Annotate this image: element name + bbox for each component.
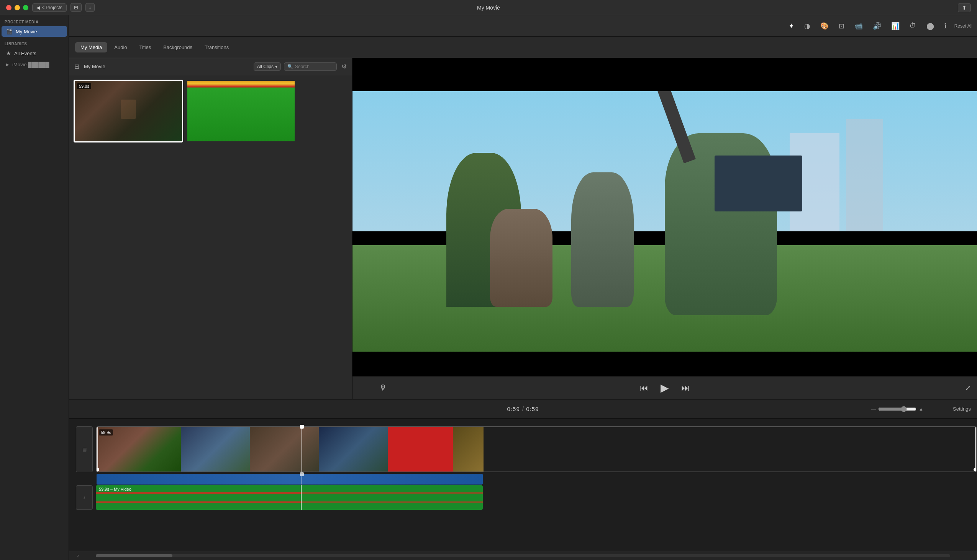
tab-transitions[interactable]: Transitions (199, 42, 234, 52)
fullscreen-expand-button[interactable]: ⤢ (965, 384, 971, 392)
timeline: 0:59 / 0:59 — ▲ Settings ▤ (69, 399, 977, 560)
close-button[interactable] (6, 5, 12, 10)
media-browser-toolbar: ⊟ My Movie All Clips ▾ 🔍 ⚙ (69, 58, 352, 75)
browser-title: My Movie (84, 63, 105, 69)
timeline-tracks: ▤ 59.9s (69, 419, 977, 551)
settings-label[interactable]: Settings (953, 406, 971, 412)
timeline-zoom-control: — ▲ (871, 406, 924, 412)
skip-forward-button[interactable]: ⏭ (679, 381, 692, 395)
audio-label: 59.9s – My Video (99, 487, 132, 492)
libraries-header: LIBRARIES (0, 37, 68, 47)
back-arrow-icon: ◀ (37, 5, 40, 10)
timeline-header: 0:59 / 0:59 — ▲ Settings (69, 400, 977, 419)
window-title: My Movie (477, 5, 500, 11)
titlebar-right: ⬆ (958, 3, 971, 12)
selection-dot-right (974, 468, 977, 472)
triangle-icon: ▶ (6, 62, 9, 67)
preview-toolbar: 🎙 ⏮ ▶ ⏭ ⤢ (352, 376, 977, 399)
sidebar: PROJECT MEDIA 🎬 My Movie LIBRARIES ★ All… (0, 15, 69, 560)
svg-rect-4 (301, 485, 302, 510)
track-clips-container: 59.9s (96, 426, 977, 472)
grid-view-toggle[interactable]: ⊟ (73, 61, 81, 72)
all-clips-label: All Clips (257, 64, 273, 69)
clip-segment-5[interactable] (388, 427, 453, 472)
noise-icon-btn[interactable]: 📊 (889, 20, 902, 33)
sidebar-item-all-events[interactable]: ★ All Events (2, 48, 67, 58)
all-clips-selector[interactable]: All Clips ▾ (253, 62, 281, 71)
clip-thumbnail-2[interactable] (186, 80, 296, 142)
traffic-lights (6, 5, 28, 10)
selection-right-marker (975, 427, 976, 472)
overlay-icon-btn[interactable]: ⬤ (924, 20, 936, 33)
media-clips-area: 59.8s (69, 75, 352, 147)
main-area: PROJECT MEDIA 🎬 My Movie LIBRARIES ★ All… (0, 15, 977, 560)
tab-backgrounds[interactable]: Backgrounds (158, 42, 198, 52)
clip-segment-1[interactable]: 59.9s (97, 427, 181, 472)
inspector-bar: ✦ ◑ 🎨 ⊡ 📹 🔊 📊 ⏱ ⬤ ℹ Reset All (69, 15, 977, 37)
track-handle-audio: ♪ (76, 485, 93, 510)
clip-duration-1: 59.8s (77, 83, 91, 89)
track-handle-video: ▤ (76, 426, 93, 472)
grid-view-button[interactable]: ⊞ (70, 3, 82, 12)
projects-label: < Projects (42, 5, 62, 10)
imovie-label: iMovie ██████ (12, 62, 49, 67)
search-field[interactable]: 🔍 (284, 62, 337, 71)
title-bar: ◀ < Projects ⊞ ↓ My Movie ⬆ (0, 0, 977, 15)
scrollbar-thumb[interactable] (96, 554, 172, 557)
selection-left-marker (97, 427, 98, 472)
clip-segment-4[interactable] (319, 427, 388, 472)
audio-overlay-bar (96, 474, 977, 485)
middle-section: ⊟ My Movie All Clips ▾ 🔍 ⚙ (69, 58, 977, 399)
speed-icon-btn[interactable]: ⏱ (907, 20, 919, 32)
time-current: 0:59 (507, 406, 520, 412)
clip-thumbnail-1[interactable]: 59.8s (73, 80, 183, 142)
settings-gear-button[interactable]: ⚙ (340, 61, 348, 72)
reset-all-button[interactable]: Reset All (954, 23, 972, 29)
video-track: ▤ 59.9s (96, 426, 977, 472)
time-total: 0:59 (526, 406, 539, 412)
projects-button[interactable]: ◀ < Projects (32, 3, 67, 12)
scrollbar-track[interactable] (96, 554, 950, 557)
star-icon: ★ (6, 50, 11, 56)
svg-rect-5 (302, 485, 483, 510)
share-button[interactable]: ⬆ (958, 3, 971, 12)
search-icon: 🔍 (287, 64, 293, 69)
sidebar-item-imovie[interactable]: ▶ iMovie ██████ (2, 59, 67, 70)
zoom-slider[interactable] (878, 406, 917, 412)
clip-segment-3[interactable] (250, 427, 319, 472)
balance-icon-btn[interactable]: ◑ (802, 20, 813, 33)
info-icon-btn[interactable]: ℹ (942, 20, 949, 33)
timeline-scrollbar: ♪ (69, 551, 977, 560)
volume-icon-btn[interactable]: 🔊 (870, 20, 884, 33)
film-icon: 🎬 (6, 28, 13, 35)
top-toolbar: My Media Audio Titles Backgrounds Transi… (69, 37, 977, 58)
preview-panel: 🎙 ⏮ ▶ ⏭ ⤢ (352, 58, 977, 399)
wand-icon-btn[interactable]: ✦ (786, 20, 797, 33)
skip-back-button[interactable]: ⏮ (637, 381, 650, 395)
minimize-button[interactable] (15, 5, 20, 10)
clip-thumb-inner-1 (75, 81, 182, 141)
my-movie-label: My Movie (16, 29, 37, 35)
sidebar-item-my-movie[interactable]: 🎬 My Movie (2, 26, 67, 37)
track-duration-label: 59.9s (99, 429, 113, 435)
download-button[interactable]: ↓ (85, 3, 95, 12)
titlebar-left: ◀ < Projects ⊞ ↓ (6, 3, 95, 12)
microphone-button[interactable]: 🎙 (379, 383, 387, 392)
color-icon-btn[interactable]: 🎨 (818, 20, 831, 33)
fullscreen-button[interactable] (23, 5, 28, 10)
tab-audio[interactable]: Audio (109, 42, 132, 52)
clips-chevron-icon: ▾ (275, 64, 277, 69)
stabilize-icon-btn[interactable]: 📹 (852, 20, 865, 33)
clip-segment-2[interactable] (181, 427, 250, 472)
search-input[interactable] (295, 64, 333, 69)
crop-icon-btn[interactable]: ⊡ (836, 20, 847, 33)
tab-titles[interactable]: Titles (134, 42, 157, 52)
tab-my-media[interactable]: My Media (75, 42, 107, 52)
clip-segment-6[interactable] (453, 427, 483, 472)
timeline-content[interactable]: ▤ 59.9s (69, 419, 977, 551)
note-icon-button[interactable]: ♪ (75, 551, 81, 560)
zoom-in-icon: ▲ (919, 407, 924, 412)
content-area: ✦ ◑ 🎨 ⊡ 📹 🔊 📊 ⏱ ⬤ ℹ Reset All My Media A… (69, 15, 977, 560)
play-pause-button[interactable]: ▶ (658, 379, 671, 397)
all-events-label: All Events (14, 50, 37, 56)
